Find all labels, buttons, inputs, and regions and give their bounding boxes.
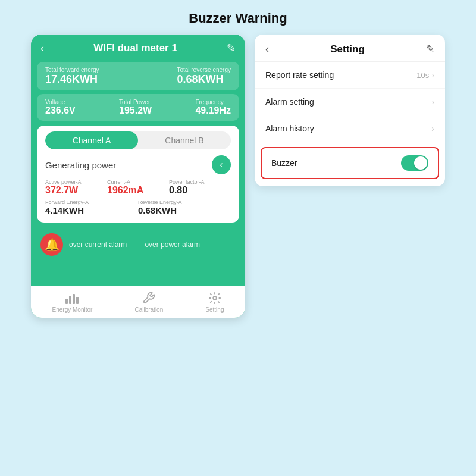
channel-title: Generating power [45, 160, 116, 170]
buzzer-row[interactable]: Buzzer [261, 147, 439, 179]
report-rate-value: 10s [416, 71, 429, 80]
nav-calibration-label: Calibration [134, 306, 163, 313]
power-factor-value: 0.80 [169, 185, 187, 196]
svg-rect-2 [73, 294, 75, 304]
power-stat: Total Power 195.2W [119, 99, 152, 116]
alarm-setting-item[interactable]: Alarm setting › [255, 89, 445, 115]
forward-energy: Total forward energy 17.46KWH [45, 67, 99, 86]
channel-tabs: Channel A Channel B [45, 131, 231, 149]
alarm-text-group: over current alarm [69, 240, 127, 249]
reverse-energy: Total reverse energy 0.68KWH [177, 67, 231, 86]
alarm-bell-icon: 🔔 [40, 233, 63, 256]
report-rate-label: Report rate setting [265, 70, 334, 80]
panel-edit-button[interactable]: ✎ [426, 43, 434, 55]
alarm-setting-right: › [431, 97, 434, 107]
bottom-nav: Energy Monitor Calibration Setting [31, 286, 245, 318]
panel-title: Setting [330, 43, 365, 55]
gear-icon [208, 292, 221, 305]
nav-setting-label: Setting [205, 306, 224, 313]
nav-energy-monitor[interactable]: Energy Monitor [52, 292, 93, 313]
buzzer-toggle[interactable] [401, 155, 428, 171]
alarm-setting-chevron: › [431, 97, 434, 107]
back-icon[interactable]: ‹ [40, 42, 44, 55]
settings-list: Report rate setting 10s › Alarm setting … [255, 62, 445, 179]
freq-label: Frequency [195, 99, 223, 105]
reverse-energy-label: Total reverse energy [177, 67, 231, 73]
panel-header: ‹ Setting ✎ [255, 35, 445, 62]
alarm-over-power: over power alarm [145, 240, 200, 249]
fwd-energy-value: 4.14KWH [45, 205, 138, 215]
svg-rect-3 [76, 297, 79, 304]
page-title: Buzzer Warning [189, 11, 287, 26]
current-value: 1962mA [107, 185, 143, 196]
report-rate-item[interactable]: Report rate setting 10s › [255, 62, 445, 89]
screens-container: ‹ WIFI dual meter 1 ✎ Total forward ener… [0, 35, 476, 318]
forward-energy-value: 17.46KWH [45, 73, 98, 86]
stats-row: Voltage 236.6V Total Power 195.2W Freque… [37, 94, 239, 121]
energy-row: Total forward energy 17.46KWH Total reve… [45, 67, 231, 86]
reverse-energy-a: Reverse Energy-A 0.68KWH [138, 199, 231, 215]
alarm-setting-label: Alarm setting [265, 97, 314, 107]
alarm-history-chevron: › [431, 124, 434, 133]
phone-header: ‹ WIFI dual meter 1 ✎ [31, 35, 245, 60]
edit-icon[interactable]: ✎ [227, 42, 236, 55]
active-power: Active power-A 372.7W [45, 179, 107, 196]
current: Current-A 1962mA [107, 179, 169, 196]
active-power-label: Active power-A [45, 179, 82, 185]
nav-energy-label: Energy Monitor [52, 306, 93, 313]
buzzer-label: Buzzer [271, 158, 298, 168]
power-grid: Active power-A 372.7W Current-A 1962mA P… [45, 179, 231, 196]
nav-calibration[interactable]: Calibration [134, 292, 163, 313]
report-rate-chevron: › [431, 70, 434, 80]
freq-value: 49.19Hz [195, 105, 231, 116]
forward-energy-a: Forward Energy-A 4.14KWH [45, 199, 138, 215]
tab-channel-b[interactable]: Channel B [138, 131, 231, 149]
bell-symbol: 🔔 [45, 237, 60, 252]
alarm-over-current: over current alarm [69, 240, 127, 249]
power-value: 195.2W [119, 105, 152, 116]
voltage-label: Voltage [45, 99, 65, 105]
channel-card: Channel A Channel B Generating power ‹ A… [37, 126, 239, 223]
channel-header: Generating power ‹ [45, 155, 231, 174]
rev-energy-label: Reverse Energy-A [138, 199, 231, 205]
voltage-value: 236.6V [45, 105, 76, 116]
spacer [31, 262, 245, 286]
svg-rect-0 [65, 299, 68, 304]
bar-chart-icon [65, 292, 79, 305]
alarm-history-item[interactable]: Alarm history › [255, 115, 445, 142]
nav-setting[interactable]: Setting [205, 292, 224, 313]
channel-back-button[interactable]: ‹ [212, 155, 231, 174]
power-label: Total Power [119, 99, 150, 105]
alarm-banner: 🔔 over current alarm over power alarm [31, 227, 245, 262]
power-factor: Power factor-A 0.80 [169, 179, 231, 196]
rev-energy-value: 0.68KWH [138, 205, 231, 215]
phone-screen: ‹ WIFI dual meter 1 ✎ Total forward ener… [31, 35, 245, 318]
alarm-history-right: › [431, 124, 434, 133]
power-factor-label: Power factor-A [169, 179, 205, 185]
current-label: Current-A [107, 179, 130, 185]
freq-stat: Frequency 49.19Hz [195, 99, 231, 116]
panel-back-button[interactable]: ‹ [265, 43, 269, 55]
energy-bottom-row: Forward Energy-A 4.14KWH Reverse Energy-… [45, 199, 231, 215]
tab-channel-a[interactable]: Channel A [45, 131, 138, 149]
wrench-icon [142, 292, 155, 305]
energy-cards: Total forward energy 17.46KWH Total reve… [37, 62, 239, 90]
toggle-knob [414, 156, 427, 170]
svg-rect-1 [69, 296, 71, 304]
fwd-energy-label: Forward Energy-A [45, 199, 138, 205]
settings-panel: ‹ Setting ✎ Report rate setting 10s › Al… [255, 35, 445, 186]
forward-energy-label: Total forward energy [45, 67, 99, 73]
report-rate-right: 10s › [416, 70, 434, 80]
alarm-history-label: Alarm history [265, 124, 314, 133]
active-power-value: 372.7W [45, 185, 78, 196]
alarm-over-power-group: over power alarm [145, 240, 200, 249]
voltage-stat: Voltage 236.6V [45, 99, 76, 116]
svg-point-4 [213, 296, 217, 300]
phone-title: WIFI dual meter 1 [93, 42, 177, 54]
reverse-energy-value: 0.68KWH [177, 73, 223, 86]
